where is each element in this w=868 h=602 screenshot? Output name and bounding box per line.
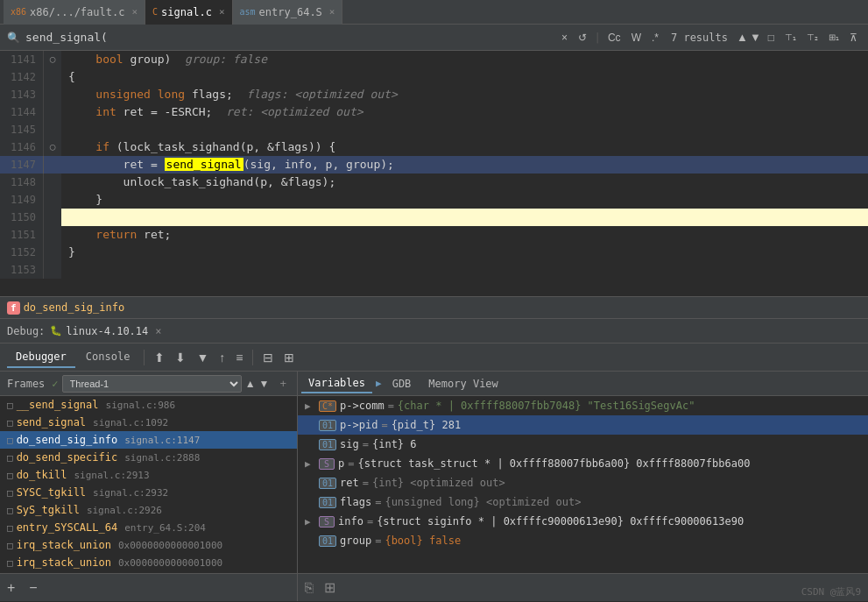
frame-item-irq-stack-2[interactable]: □ irq_stack_union 0x0000000000001000 xyxy=(0,554,297,571)
search-refresh-btn[interactable]: ↺ xyxy=(575,30,590,46)
thread-selector: ✓ Thread-1 ▲ ▼ xyxy=(52,375,269,393)
debug-btn-run-cursor[interactable]: ↑ xyxy=(215,348,229,367)
frames-add-btn[interactable]: + xyxy=(276,375,290,392)
frame-name-2: do_send_sig_info xyxy=(17,434,118,446)
debug-btn-vars[interactable]: ⊞ xyxy=(279,348,299,367)
vars-tab-memory[interactable]: Memory View xyxy=(421,375,505,393)
watermark: CSDN @蓝风9 xyxy=(801,585,861,598)
var-expand-p[interactable]: ▶ xyxy=(305,458,315,470)
debug-tab-console[interactable]: Console xyxy=(77,347,139,368)
var-item-ret[interactable]: 01 ret = {int} <optimized out> xyxy=(298,473,868,492)
tab-icon-signal: C xyxy=(152,7,158,17)
var-value-ppid: {pid_t} 281 xyxy=(392,419,461,431)
var-badge-pcomm: C* xyxy=(319,400,336,412)
thread-dropdown[interactable]: Thread-1 xyxy=(62,375,242,393)
func-name: do_send_sig_info xyxy=(24,301,125,314)
frame-loc-3: signal.c:2888 xyxy=(124,452,200,464)
debug-btn-step-into[interactable]: ⬇ xyxy=(171,348,190,367)
next-result-btn[interactable]: ▼ xyxy=(750,31,761,44)
frames-minus-btn[interactable]: − xyxy=(22,577,44,599)
debug-btn-step-out[interactable]: ▼ xyxy=(192,348,213,367)
tab-close-signal[interactable]: × xyxy=(219,6,225,18)
var-expand-info[interactable]: ▶ xyxy=(305,516,315,528)
debug-tab-debugger[interactable]: Debugger xyxy=(7,347,75,368)
vars-tab-gdb[interactable]: GDB xyxy=(385,375,419,393)
var-eq-group: = xyxy=(375,535,381,547)
search-expand-btn[interactable]: □ xyxy=(765,30,778,46)
var-value-ret: {int} <optimized out> xyxy=(372,477,505,489)
tab-label-fault: x86/.../fault.c xyxy=(30,6,124,18)
frame-icon-1: □ xyxy=(7,417,13,428)
tab-close-fault[interactable]: × xyxy=(131,6,138,18)
var-item-flags[interactable]: 01 flags = {unsigned long} <optimized ou… xyxy=(298,492,868,512)
line-content-1141: bool group) group: false xyxy=(61,51,868,68)
frames-add-bottom-btn[interactable]: + xyxy=(0,577,22,599)
line-content-1152: } xyxy=(61,244,868,261)
frame-icon-4: □ xyxy=(7,470,13,481)
search-opt1-btn[interactable]: ⊤₁ xyxy=(781,31,800,44)
tab-icon-entry: asm xyxy=(240,7,256,17)
var-name-group: group xyxy=(340,535,371,547)
debug-session-close[interactable]: × xyxy=(155,325,161,337)
frame-loc-1: signal.c:1092 xyxy=(93,417,168,428)
vars-tab-variables[interactable]: Variables xyxy=(301,374,372,393)
search-cc-btn[interactable]: Cc xyxy=(604,30,625,46)
thread-prev-btn[interactable]: ▲ xyxy=(245,378,256,390)
code-line-1146: 1146 ○ if (lock_task_sighand(p, &flags))… xyxy=(0,138,868,156)
search-clear-btn[interactable]: × xyxy=(558,30,571,46)
tab-bar: x86 x86/.../fault.c × C signal.c × asm e… xyxy=(0,0,868,25)
debug-toolbar: Debugger Console ⬆ ⬇ ▼ ↑ ≡ ⊟ ⊞ xyxy=(0,343,868,372)
vars-settings-btn[interactable]: ⊞ xyxy=(321,577,339,598)
frame-name-3: do_send_specific xyxy=(17,451,118,464)
var-eq-flags: = xyxy=(375,496,381,508)
tab-close-entry[interactable]: × xyxy=(329,6,335,18)
var-item-sig[interactable]: 01 sig = {int} 6 xyxy=(298,435,868,454)
frame-icon-5: □ xyxy=(7,487,13,499)
var-badge-info: S xyxy=(319,516,335,528)
prev-result-btn[interactable]: ▲ xyxy=(737,31,748,44)
frame-item-do-send-sig-info[interactable]: □ do_send_sig_info signal.c:1147 xyxy=(0,431,297,449)
line-content-1145 xyxy=(61,121,868,138)
vars-copy-btn[interactable]: ⎘ xyxy=(301,578,317,598)
tab-signal-c[interactable]: C signal.c × xyxy=(145,0,232,25)
var-eq-sig: = xyxy=(363,438,369,450)
search-filter-btn[interactable]: ⊼ xyxy=(846,30,861,46)
frame-loc-0: signal.c:986 xyxy=(106,400,175,411)
frame-item-send-signal[interactable]: □ send_signal signal.c:1092 xyxy=(0,414,297,431)
tab-fault-c[interactable]: x86 x86/.../fault.c × xyxy=(4,0,145,25)
debug-btn-step-over[interactable]: ⬆ xyxy=(150,348,169,367)
search-regex-btn[interactable]: .* xyxy=(648,30,662,46)
search-bar: 🔍 × ↺ | Cc W .* 7 results ▲ ▼ □ ⊤₁ ⊤₂ ⊞₁… xyxy=(0,25,868,51)
var-expand-pcomm[interactable]: ▶ xyxy=(305,400,315,412)
frame-loc-8: 0x0000000000001000 xyxy=(118,540,222,551)
frames-panel: Frames ✓ Thread-1 ▲ ▼ + □ __send_signal … xyxy=(0,372,298,573)
frame-item-do-tkill[interactable]: □ do_tkill signal.c:2913 xyxy=(0,466,297,484)
frame-loc-6: signal.c:2926 xyxy=(87,505,162,516)
search-opt3-btn[interactable]: ⊞₁ xyxy=(825,31,843,44)
frame-item-entry-syscall[interactable]: □ entry_SYSCALL_64 entry_64.S:204 xyxy=(0,519,297,536)
search-word-btn[interactable]: W xyxy=(628,30,645,46)
frame-item-unknown[interactable]: □ <unknown> 0x00007ffffffffe010 xyxy=(0,571,297,573)
frame-icon-6: □ xyxy=(7,505,13,516)
frame-item-send-signal-private[interactable]: □ __send_signal signal.c:986 xyxy=(0,396,297,414)
var-item-group[interactable]: 01 group = {bool} false xyxy=(298,531,868,550)
thread-next-btn[interactable]: ▼ xyxy=(259,378,270,390)
debug-btn-frames[interactable]: ⊟ xyxy=(258,348,278,367)
search-opt2-btn[interactable]: ⊤₂ xyxy=(803,31,822,44)
var-item-ppid[interactable]: 01 p->pid = {pid_t} 281 xyxy=(298,415,868,435)
frame-item-irq-stack-1[interactable]: □ irq_stack_union 0x0000000000001000 xyxy=(0,536,297,554)
var-item-info[interactable]: ▶ S info = {struct siginfo * | 0xffffc90… xyxy=(298,512,868,531)
frame-loc-2: signal.c:1147 xyxy=(124,435,200,446)
debug-btn-evaluate[interactable]: ≡ xyxy=(231,348,247,367)
frame-item-sys-tgkill[interactable]: □ SyS_tgkill signal.c:2926 xyxy=(0,501,297,519)
tab-entry64[interactable]: asm entry_64.S × xyxy=(233,0,343,25)
search-input[interactable] xyxy=(25,31,553,44)
var-item-pcomm[interactable]: ▶ C* p->comm = {char * | 0xffff88007fbb7… xyxy=(298,396,868,415)
frame-item-do-send-specific[interactable]: □ do_send_specific signal.c:2888 xyxy=(0,449,297,466)
line-num-1153: 1153 xyxy=(0,261,44,279)
frame-item-sysc-tgkill[interactable]: □ SYSC_tgkill signal.c:2932 xyxy=(0,484,297,501)
frame-icon-2: □ xyxy=(7,435,13,446)
line-content-1142: { xyxy=(61,68,868,86)
var-value-info: {struct siginfo * | 0xffffc90000613e90} … xyxy=(377,515,744,528)
var-item-p[interactable]: ▶ S p = {struct task_struct * | 0xffff88… xyxy=(298,454,868,473)
